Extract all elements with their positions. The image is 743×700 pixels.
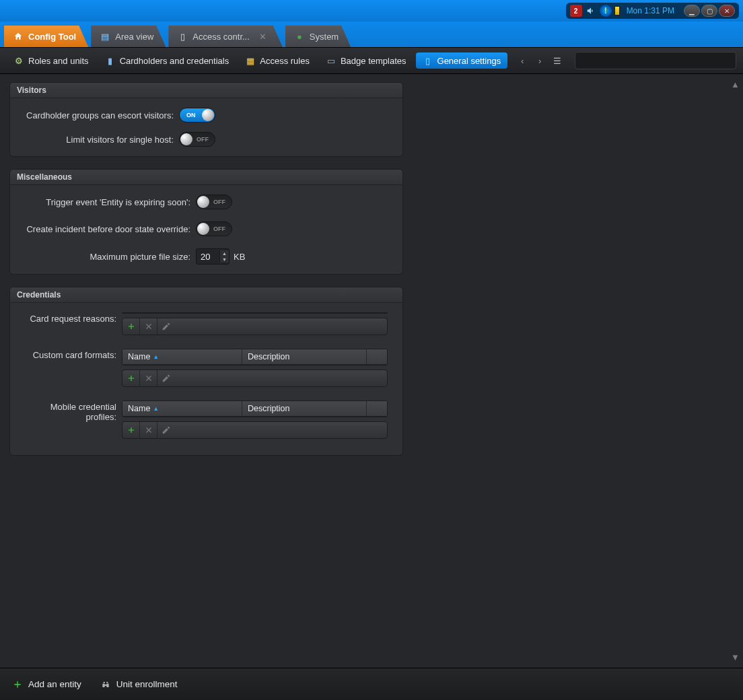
subnav-label: Badge templates [341, 56, 406, 66]
escort-toggle[interactable]: ON [179, 108, 215, 123]
toggle-off-text: OFF [197, 136, 209, 143]
sort-asc-icon: ▲ [153, 353, 159, 360]
column-name[interactable]: Name▲ [122, 349, 242, 364]
subnav-badge-templates[interactable]: ▭ Badge templates [319, 53, 413, 69]
toggle-knob [197, 196, 209, 208]
toggle-on-text: ON [186, 112, 196, 118]
edit-button[interactable] [157, 422, 175, 438]
card-request-reasons-listbox[interactable] [122, 312, 388, 314]
warning-badge-icon[interactable]: ! [600, 5, 612, 17]
mobile-credential-profiles-label: Mobile credential profiles: [21, 400, 122, 422]
add-button[interactable] [122, 370, 140, 386]
tab-access-control-label: Access contr... [192, 32, 250, 42]
main-content: Visitors Cardholder groups can escort vi… [0, 74, 743, 668]
toggle-knob [202, 109, 214, 121]
binoculars-icon [100, 679, 111, 690]
door-override-toggle[interactable]: OFF [196, 221, 232, 236]
tab-config-tool[interactable]: Config Tool [4, 26, 88, 47]
add-button[interactable] [122, 422, 140, 438]
card-request-reasons-label: Card request reasons: [21, 312, 122, 324]
custom-card-formats-label: Custom card formats: [21, 349, 122, 360]
volume-icon[interactable] [585, 5, 597, 17]
sort-asc-icon: ▲ [153, 405, 159, 412]
tab-config-label: Config Tool [28, 32, 76, 42]
edit-button[interactable] [157, 318, 175, 335]
step-up-icon[interactable]: ▲ [220, 250, 229, 256]
limit-visitors-label: Limit visitors for single host: [21, 135, 179, 145]
system-tray: 2 ! Mon 1:31 PM ▁ ▢ ✕ [566, 3, 739, 19]
add-entity-button[interactable]: Add an entity [12, 679, 81, 690]
panel-header: Credentials [10, 287, 402, 303]
window-minimize-button[interactable]: ▁ [684, 5, 700, 17]
column-description[interactable]: Description [242, 401, 367, 416]
max-pic-size-label: Maximum picture file size: [21, 252, 196, 262]
edit-button[interactable] [157, 370, 175, 386]
trigger-event-label: Trigger event 'Entity is expiring soon': [21, 197, 196, 207]
column-spacer [367, 401, 387, 416]
globe-icon: ● [295, 32, 304, 41]
max-pic-size-stepper[interactable]: ▲▼ [196, 248, 229, 265]
panel-visitors: Visitors Cardholder groups can escort vi… [9, 82, 403, 157]
area-icon: ▤ [100, 32, 110, 41]
scrollbar[interactable]: ▲ ▼ [731, 79, 742, 662]
subnav-label: Access rules [260, 56, 310, 66]
subnav-cardholders[interactable]: ▮ Cardholders and credentials [98, 53, 236, 69]
gear-pair-icon: ⚙ [13, 55, 24, 66]
tab-system[interactable]: ● System [285, 26, 351, 47]
tab-access-control[interactable]: ▯ Access contr... ✕ [168, 26, 283, 47]
rules-icon: ▦ [245, 55, 256, 66]
sub-nav: ⚙ Roles and units ▮ Cardholders and cred… [0, 47, 743, 74]
max-pic-size-input[interactable] [197, 252, 219, 262]
badge-icon: ▯ [178, 32, 187, 41]
window-close-button[interactable]: ✕ [719, 5, 735, 17]
unit-enrollment-button[interactable]: Unit enrollment [100, 679, 178, 690]
panel-header: Miscellaneous [10, 170, 402, 185]
subnav-roles-units[interactable]: ⚙ Roles and units [7, 53, 96, 69]
scroll-down-icon[interactable]: ▼ [731, 652, 742, 662]
toggle-off-text: OFF [213, 225, 225, 232]
footer-label: Add an entity [28, 679, 81, 689]
subnav-general-settings[interactable]: ▯ General settings [416, 53, 508, 69]
close-tab-icon[interactable]: ✕ [259, 32, 267, 42]
limit-visitors-toggle[interactable]: OFF [179, 132, 215, 147]
window-maximize-button[interactable]: ▢ [701, 5, 717, 17]
plus-icon [12, 679, 23, 690]
footer-bar: Add an entity Unit enrollment [0, 668, 743, 700]
delete-button[interactable] [140, 422, 157, 438]
toggle-off-text: OFF [213, 199, 225, 205]
panel-miscellaneous: Miscellaneous Trigger event 'Entity is e… [9, 169, 403, 275]
nav-back-button[interactable]: ‹ [514, 53, 530, 68]
app-tabs-bar: Config Tool ▤ Area view ▯ Access contr..… [0, 22, 743, 47]
custom-card-formats-table[interactable]: Name▲ Description [122, 349, 388, 365]
tab-area-view[interactable]: ▤ Area view [91, 26, 166, 47]
step-down-icon[interactable]: ▼ [220, 256, 229, 262]
search-input[interactable] [575, 52, 736, 69]
subnav-label: Cardholders and credentials [120, 56, 229, 66]
mobile-credential-profiles-table[interactable]: Name▲ Description [122, 400, 388, 417]
column-description[interactable]: Description [242, 349, 367, 364]
subnav-label: General settings [437, 56, 501, 66]
trigger-event-toggle[interactable]: OFF [196, 195, 232, 209]
delete-button[interactable] [140, 370, 157, 386]
shield-alert-icon[interactable]: 2 [570, 5, 582, 17]
add-button[interactable] [122, 318, 140, 335]
tab-system-label: System [310, 32, 339, 42]
column-spacer [367, 349, 387, 364]
panel-credentials: Credentials Card request reasons: [9, 287, 403, 456]
panel-header: Visitors [10, 83, 402, 98]
toggle-knob [197, 223, 209, 235]
footer-label: Unit enrollment [116, 679, 178, 689]
subnav-access-rules[interactable]: ▦ Access rules [238, 53, 316, 69]
os-top-bar: 2 ! Mon 1:31 PM ▁ ▢ ✕ [0, 0, 743, 22]
column-name[interactable]: Name▲ [122, 401, 242, 416]
toggle-knob [180, 133, 192, 145]
nav-tree-button[interactable]: ☰ [549, 53, 565, 68]
badge-template-icon: ▭ [326, 55, 337, 66]
door-override-label: Create incident before door state overri… [21, 224, 196, 234]
clock-text: Mon 1:31 PM [627, 6, 674, 15]
battery-icon[interactable] [614, 6, 620, 15]
delete-button[interactable] [140, 318, 157, 335]
scroll-up-icon[interactable]: ▲ [731, 79, 742, 90]
nav-forward-button[interactable]: › [532, 53, 548, 68]
settings-page-icon: ▯ [423, 55, 433, 66]
